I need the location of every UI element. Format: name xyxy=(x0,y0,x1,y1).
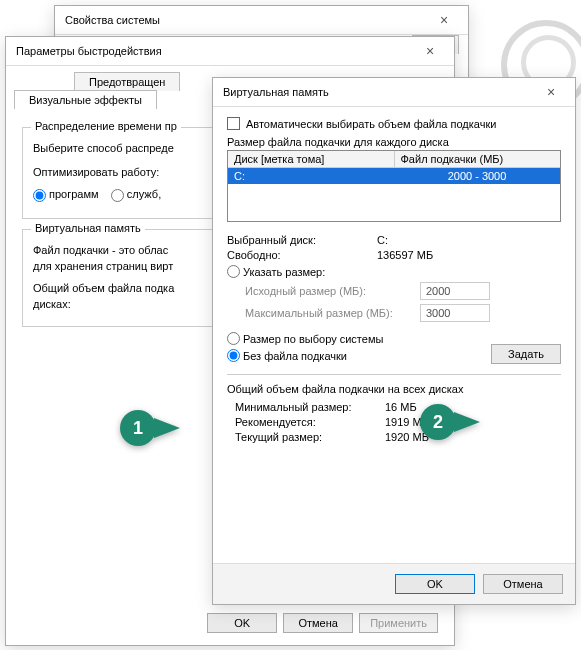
window-title: Параметры быстродействия xyxy=(16,45,162,57)
cancel-button[interactable]: Отмена xyxy=(283,613,353,633)
virtual-memory-window: Виртуальная память × Автоматически выбир… xyxy=(212,77,576,605)
cell-drive: C: xyxy=(228,168,394,184)
radio-custom-size[interactable]: Указать размер: xyxy=(227,265,561,278)
free-space-value: 136597 МБ xyxy=(377,249,433,261)
apply-button[interactable]: Применить xyxy=(359,613,438,633)
radio-input[interactable] xyxy=(33,189,46,202)
radio-input[interactable] xyxy=(227,349,240,362)
callout-2: 2 xyxy=(420,404,480,440)
group-title: Виртуальная память xyxy=(31,222,145,234)
auto-manage-checkbox[interactable]: Автоматически выбирать объем файла подка… xyxy=(227,117,561,130)
checkbox-label: Автоматически выбирать объем файла подка… xyxy=(246,118,496,130)
tab-visual-effects[interactable]: Визуальные эффекты xyxy=(14,90,157,109)
ok-button[interactable]: OK xyxy=(395,574,475,594)
callout-number: 1 xyxy=(120,410,156,446)
free-space-label: Свободно: xyxy=(227,249,377,261)
max-size-label: Максимальный размер (МБ): xyxy=(245,307,420,319)
recommended-label: Рекомендуется: xyxy=(235,416,385,428)
cancel-button[interactable]: Отмена xyxy=(483,574,563,594)
set-button[interactable]: Задать xyxy=(491,344,561,364)
window-title: Свойства системы xyxy=(65,14,160,26)
selected-drive-value: C: xyxy=(377,234,388,246)
close-icon[interactable]: × xyxy=(416,43,444,59)
cell-size: 2000 - 3000 xyxy=(394,168,560,184)
selected-drive-label: Выбранный диск: xyxy=(227,234,377,246)
list-item[interactable]: C: 2000 - 3000 xyxy=(228,168,560,184)
list-header: Диск [метка тома] Файл подкачки (МБ) xyxy=(228,151,560,168)
list-label: Размер файла подкачки для каждого диска xyxy=(227,136,561,148)
callout-arrow-icon xyxy=(154,418,180,438)
callout-arrow-icon xyxy=(454,412,480,432)
radio-programs[interactable]: программ xyxy=(33,188,99,200)
current-size-label: Текущий размер: xyxy=(235,431,385,443)
drive-list[interactable]: Диск [метка тома] Файл подкачки (МБ) C: … xyxy=(227,150,561,222)
initial-size-label: Исходный размер (МБ): xyxy=(245,285,420,297)
checkbox-icon[interactable] xyxy=(227,117,240,130)
radio-input[interactable] xyxy=(227,332,240,345)
initial-size-input[interactable]: 2000 xyxy=(420,282,490,300)
callout-number: 2 xyxy=(420,404,456,440)
close-icon[interactable]: × xyxy=(430,12,458,28)
min-size-value: 16 МБ xyxy=(385,401,417,413)
close-icon[interactable]: × xyxy=(537,84,565,100)
callout-1: 1 xyxy=(120,410,180,446)
radio-input[interactable] xyxy=(111,189,124,202)
max-size-input[interactable]: 3000 xyxy=(420,304,490,322)
titlebar[interactable]: Свойства системы × xyxy=(55,6,468,35)
radio-services[interactable]: служб, xyxy=(111,188,161,200)
titlebar[interactable]: Виртуальная память × xyxy=(213,78,575,107)
radio-input[interactable] xyxy=(227,265,240,278)
titlebar[interactable]: Параметры быстродействия × xyxy=(6,37,454,66)
group-title: Распределение времени пр xyxy=(31,120,181,132)
ok-button[interactable]: OK xyxy=(207,613,277,633)
tab-prevention[interactable]: Предотвращен xyxy=(74,72,180,91)
window-title: Виртуальная память xyxy=(223,86,329,98)
total-pagefile-title: Общий объем файла подкачки на всех диска… xyxy=(227,383,561,395)
col-drive: Диск [метка тома] xyxy=(228,151,395,167)
col-pagefile: Файл подкачки (МБ) xyxy=(395,151,561,167)
min-size-label: Минимальный размер: xyxy=(235,401,385,413)
